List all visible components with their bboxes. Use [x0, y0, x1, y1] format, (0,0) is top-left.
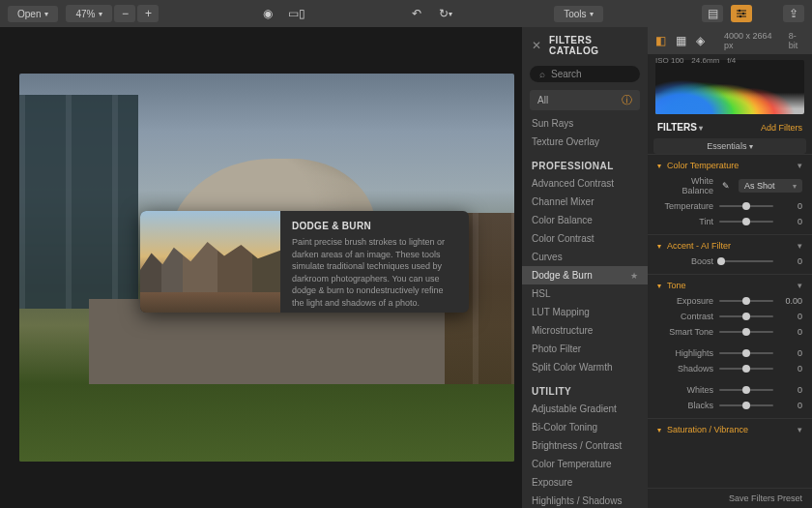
workspace-preset-select[interactable]: Essentials	[653, 138, 806, 154]
tone-value: 0	[779, 401, 802, 410]
export-button[interactable]: ⇪	[783, 5, 804, 22]
layers-icon[interactable]: ◧	[655, 34, 666, 47]
image-bitdepth: 8-bit	[789, 31, 804, 50]
accent-boost-slider[interactable]	[719, 260, 773, 262]
histogram-icon[interactable]: ▦	[676, 34, 686, 47]
right-panel-header: ◧ ▦ ◈ 4000 x 2664 px 8-bit	[648, 27, 812, 54]
tone-value: 0	[779, 385, 802, 395]
catalog-list: Sun RaysTexture OverlayPROFESSIONALAdvan…	[522, 114, 648, 508]
catalog-item[interactable]: Adjustable Gradient	[522, 400, 648, 418]
catalog-item[interactable]: Bi-Color Toning	[522, 418, 648, 436]
tone-label: Highlights	[657, 348, 713, 358]
add-filters-button[interactable]: Add Filters	[761, 123, 802, 133]
accent-boost-value: 0	[779, 256, 802, 266]
panel-color-temperature-header[interactable]: ▾Color Temperature▾	[657, 161, 802, 170]
color-temp-row: Temperature0	[657, 201, 802, 211]
chevron-down-icon: ▾	[657, 282, 661, 290]
panel-toggle-filters[interactable]	[731, 5, 752, 22]
panel-saturation-vibrance-header[interactable]: ▾Saturation / Vibrance▾	[657, 425, 802, 434]
catalog-item[interactable]: LUT Mapping	[522, 303, 648, 321]
sliders-icon	[736, 8, 747, 19]
catalog-item[interactable]: Photo Filter	[522, 340, 648, 358]
slider-handle[interactable]	[717, 257, 725, 265]
catalog-item[interactable]: Microstructure	[522, 321, 648, 340]
search-input[interactable]: ⌕ Search	[530, 66, 640, 82]
info-panel-icon[interactable]: ◈	[696, 34, 705, 47]
catalog-title: FILTERS CATALOG	[549, 35, 638, 56]
category-all[interactable]: All ⓘ	[530, 90, 640, 110]
tone-row: Whites0	[657, 385, 802, 395]
panel-tone-header[interactable]: ▾Tone▾	[657, 281, 802, 290]
tone-slider[interactable]	[719, 352, 773, 354]
slider-handle[interactable]	[742, 402, 750, 409]
slider-handle[interactable]	[742, 365, 750, 373]
category-all-label: All	[537, 95, 548, 105]
accent-boost-row: Boost0	[657, 256, 802, 266]
open-menu[interactable]: Open	[8, 6, 58, 22]
catalog-item[interactable]: Color Contrast	[522, 229, 648, 248]
catalog-item[interactable]: Curves	[522, 248, 648, 266]
tone-slider[interactable]	[719, 368, 773, 370]
color-temp-slider[interactable]	[719, 221, 773, 223]
catalog-item[interactable]: Exposure	[522, 473, 648, 492]
search-icon: ⌕	[539, 69, 545, 79]
info-icon[interactable]: ⓘ	[622, 93, 632, 107]
panel-color-temperature: ▾Color Temperature▾ White Balance ✎ As S…	[648, 154, 812, 234]
tools-menu[interactable]: Tools	[554, 6, 603, 22]
tone-slider[interactable]	[719, 404, 773, 406]
eye-icon[interactable]: ◉	[257, 5, 278, 22]
slider-handle[interactable]	[742, 218, 750, 225]
panel-tone: ▾Tone▾ Exposure0.00Contrast0Smart Tone0H…	[648, 274, 812, 418]
svg-point-2	[740, 15, 741, 17]
slider-handle[interactable]	[742, 386, 750, 394]
zoom-in-button[interactable]: +	[137, 5, 159, 22]
right-panel: ◧ ▦ ◈ 4000 x 2664 px 8-bit ISO 100 24.6m…	[648, 27, 812, 508]
zoom-out-button[interactable]: −	[114, 5, 135, 22]
tone-slider[interactable]	[719, 315, 773, 317]
filters-heading[interactable]: FILTERS	[657, 122, 703, 133]
catalog-item[interactable]: Dodge & Burn	[522, 266, 648, 284]
history-button[interactable]: ↻	[435, 5, 456, 22]
close-icon[interactable]: ✕	[532, 39, 541, 52]
color-temp-value: 0	[779, 217, 802, 226]
tone-value: 0	[779, 327, 802, 337]
catalog-item[interactable]: Brightness / Contrast	[522, 436, 648, 455]
tone-slider[interactable]	[719, 331, 773, 333]
undo-button[interactable]: ↶	[406, 5, 427, 22]
histogram[interactable]	[655, 60, 804, 114]
slider-handle[interactable]	[742, 297, 750, 305]
tone-row: Exposure0.00	[657, 296, 802, 306]
filter-tooltip: DODGE & BURN Paint precise brush strokes…	[140, 211, 469, 313]
tone-slider[interactable]	[719, 300, 773, 302]
slider-handle[interactable]	[742, 313, 750, 320]
panel-toggle-1[interactable]: ▤	[702, 5, 723, 22]
filter-tooltip-body: Paint precise brush strokes to lighten o…	[292, 236, 457, 310]
panel-saturation-vibrance: ▾Saturation / Vibrance▾	[648, 418, 812, 438]
catalog-section-header: PROFESSIONAL	[522, 151, 648, 174]
slider-handle[interactable]	[742, 202, 750, 210]
slider-handle[interactable]	[742, 328, 750, 336]
tone-value: 0.00	[779, 296, 802, 306]
svg-point-1	[742, 13, 744, 15]
catalog-item[interactable]: HSL	[522, 284, 648, 303]
chevron-down-icon: ▾	[657, 242, 661, 251]
catalog-item[interactable]: Texture Overlay	[522, 133, 648, 151]
white-balance-select[interactable]: As Shot	[739, 179, 802, 193]
color-temp-slider[interactable]	[719, 205, 773, 207]
save-filters-preset-button[interactable]: Save Filters Preset	[648, 488, 812, 508]
compare-icon[interactable]: ▭▯	[286, 5, 307, 22]
catalog-item[interactable]: Sun Rays	[522, 114, 648, 133]
catalog-item[interactable]: Split Color Warmth	[522, 358, 648, 376]
eyedropper-icon[interactable]: ✎	[719, 181, 733, 191]
panel-accent-ai-header[interactable]: ▾Accent - AI Filter▾	[657, 241, 802, 251]
catalog-item[interactable]: Color Balance	[522, 211, 648, 229]
catalog-item[interactable]: Advanced Contrast	[522, 174, 648, 193]
catalog-item[interactable]: Highlights / Shadows	[522, 492, 648, 508]
filters-catalog-panel: ✕ FILTERS CATALOG ⌕ Search All ⓘ Sun Ray…	[522, 27, 648, 508]
catalog-item[interactable]: Color Temperature	[522, 455, 648, 473]
slider-handle[interactable]	[742, 349, 750, 357]
catalog-item[interactable]: Channel Mixer	[522, 193, 648, 211]
tone-slider[interactable]	[719, 389, 773, 391]
canvas-area[interactable]: DODGE & BURN Paint precise brush strokes…	[0, 27, 522, 508]
zoom-level[interactable]: 47%	[66, 5, 112, 22]
